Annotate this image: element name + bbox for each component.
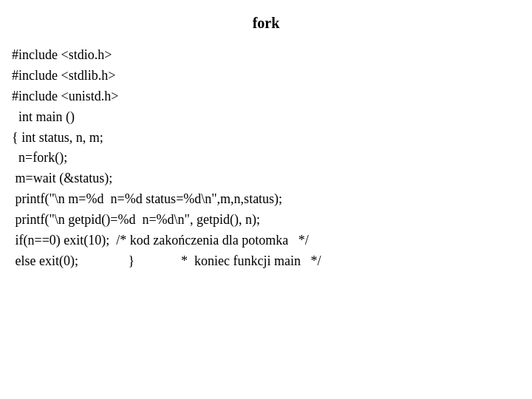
code-line-5: { int status, n, m;: [12, 128, 520, 149]
code-line-4: int main (): [12, 107, 520, 128]
code-line-8: printf("\n m=%d n=%d status=%d\n",m,n,st…: [12, 189, 520, 210]
code-line-11: else exit(0); } * koniec funkcji main */: [12, 251, 520, 272]
code-line-10: if(n==0) exit(10); /* kod zakończenia dl…: [12, 231, 520, 251]
page: fork #include <stdio.h> #include <stdlib…: [0, 0, 532, 399]
code-line-6: n=fork();: [12, 148, 520, 168]
code-line-7: m=wait (&status);: [12, 168, 520, 189]
code-line-2: #include <stdlib.h>: [12, 66, 520, 86]
code-line-3: #include <unistd.h>: [12, 86, 520, 107]
page-title: fork: [12, 15, 520, 32]
code-line-1: #include <stdio.h>: [12, 45, 520, 66]
code-line-9: printf("\n getpid()=%d n=%d\n", getpid()…: [12, 210, 520, 231]
code-block: #include <stdio.h> #include <stdlib.h> #…: [12, 45, 520, 272]
